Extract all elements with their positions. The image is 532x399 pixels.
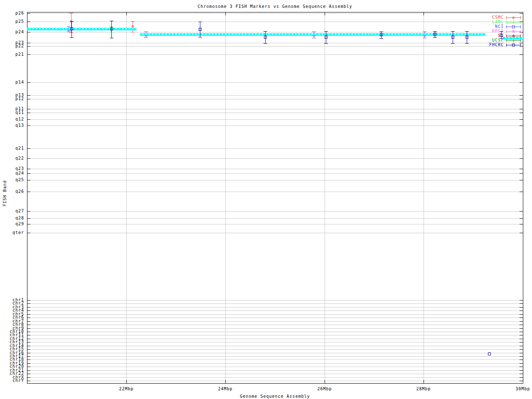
y-tick-right xyxy=(520,374,523,374)
x-tick-label: 22Mbp xyxy=(114,387,139,391)
data-point-fhcrc xyxy=(466,36,468,39)
y-tick-left xyxy=(27,32,30,32)
y-tick-left xyxy=(27,318,30,318)
y-tick-right xyxy=(520,307,523,308)
legend-label-csmc: CSMC xyxy=(492,15,504,20)
legend-marker-square-icon xyxy=(512,25,515,28)
x-tick-label: 28Mbp xyxy=(411,387,436,391)
legend-sample-cap xyxy=(506,30,507,33)
y-tick-left xyxy=(27,109,30,109)
y-chromosome-tick-label: chrY xyxy=(0,379,24,382)
errorbar-cap xyxy=(67,32,71,32)
y-band-tick-label: p12 xyxy=(0,97,24,101)
y-tick-left xyxy=(27,54,30,55)
errorbar-cap xyxy=(131,21,135,22)
errorbar-cap xyxy=(198,37,202,37)
y-tick-right xyxy=(520,303,523,304)
y-tick-right xyxy=(520,328,523,329)
errorbar-cap xyxy=(379,38,383,39)
y-tick-left xyxy=(27,169,30,169)
y-band-tick-label: q27 xyxy=(0,209,24,213)
y-tick-left xyxy=(27,342,30,342)
data-point-fhcrc xyxy=(70,27,73,30)
y-tick-left xyxy=(27,224,30,224)
errorbar-cap xyxy=(500,38,503,39)
legend-marker-plus-icon xyxy=(513,20,514,24)
y-tick-left xyxy=(27,300,30,300)
y-tick-left xyxy=(27,46,30,47)
y-tick-left xyxy=(27,335,30,335)
y-band-tick-label: q24 xyxy=(0,171,24,175)
y-tick-left xyxy=(27,13,30,14)
x-tick-label: 26Mbp xyxy=(312,387,337,391)
y-tick-left xyxy=(27,218,30,219)
y-tick-left xyxy=(27,381,30,381)
legend-sample-cap xyxy=(506,39,507,42)
y-tick-right xyxy=(520,211,523,212)
y-tick-left xyxy=(27,119,30,120)
y-tick-right xyxy=(520,342,523,342)
y-tick-left xyxy=(27,321,30,322)
y-tick-right xyxy=(520,169,523,169)
y-tick-left xyxy=(27,360,30,360)
y-tick-left xyxy=(27,339,30,339)
errorbar-cap xyxy=(465,43,469,44)
y-tick-right xyxy=(520,346,523,346)
y-band-tick-label: q13 xyxy=(0,123,24,127)
legend-label-ucsf: UCSF xyxy=(492,38,504,42)
x-tick-bottom xyxy=(225,380,226,383)
y-band-tick-label: qter xyxy=(0,231,24,234)
errorbar-cap xyxy=(423,38,426,38)
y-tick-left xyxy=(27,180,30,180)
legend-sample-cap xyxy=(506,21,507,24)
y-band-tick-label: q12 xyxy=(0,117,24,121)
data-point-fhcrc xyxy=(110,27,113,30)
y-tick-left xyxy=(27,346,30,346)
y-tick-left xyxy=(27,82,30,83)
x-tick-bottom xyxy=(523,380,523,383)
data-point-fhcrc xyxy=(500,34,503,37)
y-band-tick-label: p22 xyxy=(0,44,24,48)
y-tick-left xyxy=(27,374,30,374)
y-band-tick-label: q29 xyxy=(0,222,24,226)
x-tick-bottom xyxy=(126,380,127,383)
errorbar-cap xyxy=(264,43,267,44)
errorbar-cap xyxy=(198,22,202,22)
y-tick-right xyxy=(520,377,523,378)
y-tick-left xyxy=(27,363,30,364)
y-tick-left xyxy=(27,99,30,99)
y-tick-right xyxy=(520,356,523,357)
errorbar-cap xyxy=(433,37,437,38)
y-tick-left xyxy=(27,328,30,329)
y-tick-right xyxy=(520,381,523,381)
x-tick-top xyxy=(126,12,127,15)
data-point-fhcrc xyxy=(264,36,267,39)
x-tick-top xyxy=(424,12,424,15)
x-tick-bottom xyxy=(424,380,424,383)
y-tick-left xyxy=(27,353,30,353)
y-tick-right xyxy=(520,335,523,335)
legend-sample-cap xyxy=(506,25,507,28)
y-tick-right xyxy=(520,158,523,159)
y-tick-left xyxy=(27,310,30,311)
errorbar-cap xyxy=(144,37,148,38)
legend-sample-cap xyxy=(520,21,521,24)
assembly-band-dashes xyxy=(27,28,137,29)
y-tick-left xyxy=(27,148,30,149)
y-tick-right xyxy=(520,180,523,180)
y-tick-left xyxy=(27,325,30,325)
y-tick-left xyxy=(27,43,30,43)
errorbar-cap xyxy=(379,32,383,32)
y-tick-right xyxy=(520,367,523,367)
errorbar-cap xyxy=(312,38,316,38)
legend-label-fhcrc: FHCRC xyxy=(489,43,504,47)
errorbar-cap xyxy=(465,31,469,32)
y-tick-right xyxy=(520,360,523,360)
plot-border xyxy=(27,12,523,384)
y-tick-right xyxy=(520,300,523,300)
assembly-band xyxy=(503,37,524,39)
y-band-tick-label: p26 xyxy=(0,11,24,15)
errorbar-cap xyxy=(312,32,316,32)
assembly-band xyxy=(27,28,137,30)
y-tick-left xyxy=(27,95,30,96)
